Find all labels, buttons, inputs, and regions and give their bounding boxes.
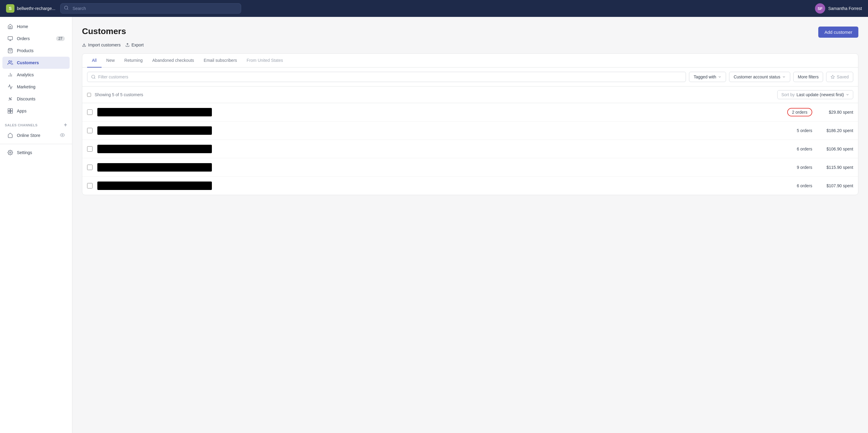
page-header: Customers Add customer: [82, 27, 858, 38]
sidebar-label-orders: Orders: [17, 36, 30, 41]
customer-spent: $106.90 spent: [817, 147, 853, 151]
svg-rect-16: [10, 111, 13, 113]
tab-abandoned[interactable]: Abandoned checkouts: [147, 54, 199, 67]
top-navigation: S bellwethr-recharge... SF Samantha Forr…: [0, 0, 868, 17]
orders-text: 6 orders: [797, 147, 812, 151]
table-row[interactable]: 2 orders $29.80 spent: [82, 103, 858, 121]
orders-icon: [7, 36, 13, 41]
filter-customers-input[interactable]: [98, 75, 682, 79]
tabs-bar: All New Returning Abandoned checkouts Em…: [82, 54, 858, 67]
user-menu[interactable]: SF Samantha Forrest: [815, 3, 862, 13]
account-status-button[interactable]: Customer account status: [729, 72, 790, 82]
customer-orders: 6 orders: [782, 183, 812, 188]
tagged-with-button[interactable]: Tagged with: [689, 72, 726, 82]
add-sales-channel-icon[interactable]: +: [64, 122, 67, 128]
select-all-checkbox[interactable]: [87, 93, 91, 97]
customer-name-redacted: [97, 145, 212, 153]
customer-name-block: [97, 163, 777, 172]
sidebar-item-home[interactable]: Home: [2, 21, 70, 33]
sidebar-label-home: Home: [17, 24, 28, 29]
sidebar-label-customers: Customers: [17, 60, 39, 65]
customers-card: All New Returning Abandoned checkouts Em…: [82, 53, 858, 195]
tab-from-us[interactable]: From United States: [242, 54, 288, 67]
orders-badge: 27: [56, 36, 65, 41]
export-button[interactable]: Export: [125, 42, 144, 47]
brand-name: bellwethr-recharge...: [17, 6, 56, 11]
svg-marker-23: [831, 75, 835, 78]
sidebar-item-discounts[interactable]: Discounts: [2, 93, 70, 105]
sidebar-item-marketing[interactable]: Marketing: [2, 81, 70, 93]
sidebar-item-settings[interactable]: Settings: [2, 147, 70, 158]
sidebar-bottom: Settings: [0, 144, 72, 158]
add-customer-button[interactable]: Add customer: [818, 27, 858, 38]
brand-logo[interactable]: S bellwethr-recharge...: [6, 4, 56, 13]
customer-name-redacted: [97, 126, 212, 135]
svg-rect-14: [10, 109, 13, 111]
tab-email-subscribers[interactable]: Email subscribers: [199, 54, 242, 67]
showing-text: Showing 5 of 5 customers: [95, 92, 143, 97]
saved-button[interactable]: Saved: [826, 72, 853, 82]
import-export-actions: Import customers Export: [82, 42, 858, 47]
table-row[interactable]: 9 orders $115.90 spent: [82, 158, 858, 177]
svg-point-17: [62, 135, 63, 136]
user-name: Samantha Forrest: [828, 6, 862, 11]
sidebar-item-apps[interactable]: Apps: [2, 105, 70, 117]
sidebar-label-analytics: Analytics: [17, 73, 34, 77]
customers-icon: [7, 60, 13, 66]
star-icon: [831, 75, 835, 79]
customer-spent: $186.20 spent: [817, 128, 853, 133]
discounts-icon: [7, 96, 13, 102]
tab-returning[interactable]: Returning: [120, 54, 148, 67]
svg-line-22: [94, 78, 95, 79]
sidebar-label-apps: Apps: [17, 109, 27, 113]
tab-all[interactable]: All: [87, 54, 101, 67]
row-checkbox[interactable]: [87, 183, 93, 189]
row-checkbox[interactable]: [87, 128, 93, 133]
svg-rect-13: [8, 109, 10, 111]
import-icon: [82, 43, 86, 47]
table-meta: Showing 5 of 5 customers Sort by Last up…: [82, 87, 858, 103]
apps-icon: [7, 108, 13, 114]
customer-orders: 6 orders: [782, 147, 812, 151]
row-checkbox[interactable]: [87, 146, 93, 152]
sort-control[interactable]: Sort by Last update (newest first): [777, 90, 853, 99]
sidebar-item-orders[interactable]: Orders 27: [2, 33, 70, 45]
sidebar-item-products[interactable]: Products: [2, 45, 70, 57]
sidebar-label-settings: Settings: [17, 150, 32, 155]
svg-line-1: [67, 9, 68, 10]
search-input[interactable]: [60, 3, 241, 13]
customer-orders: 2 orders: [782, 108, 812, 116]
import-customers-button[interactable]: Import customers: [82, 42, 121, 47]
customer-name-redacted: [97, 181, 212, 190]
more-filters-button[interactable]: More filters: [793, 72, 823, 82]
orders-text: 9 orders: [797, 165, 812, 170]
orders-text: 6 orders: [797, 183, 812, 188]
page-actions: Add customer: [818, 27, 858, 38]
tab-new[interactable]: New: [101, 54, 120, 67]
row-checkbox[interactable]: [87, 165, 93, 170]
table-row[interactable]: 6 orders $106.90 spent: [82, 140, 858, 158]
sidebar-label-discounts: Discounts: [17, 96, 35, 101]
svg-point-21: [92, 75, 95, 78]
main-content: Customers Add customer Import customers …: [72, 17, 868, 433]
filter-search-container: [87, 72, 686, 82]
svg-point-11: [10, 99, 11, 100]
customer-spent: $115.90 spent: [817, 165, 853, 170]
table-row[interactable]: 5 orders $186.20 spent: [82, 121, 858, 140]
customer-name-redacted: [97, 163, 212, 172]
customer-list: 2 orders $29.80 spent 5 orders $186.20 s…: [82, 103, 858, 195]
customer-name-block: [97, 145, 777, 153]
sidebar-item-customers[interactable]: Customers: [2, 57, 70, 69]
page-title: Customers: [82, 27, 126, 36]
svg-point-6: [9, 61, 10, 62]
sidebar-item-online-store[interactable]: Online Store: [2, 129, 70, 141]
shopify-icon: S: [6, 4, 14, 13]
customer-name-block: [97, 108, 777, 116]
row-checkbox[interactable]: [87, 110, 93, 115]
svg-point-0: [64, 6, 68, 9]
sidebar-label-online-store: Online Store: [17, 133, 40, 138]
sidebar-item-analytics[interactable]: Analytics: [2, 69, 70, 81]
table-meta-left: Showing 5 of 5 customers: [87, 92, 143, 97]
tagged-with-chevron: [718, 75, 721, 79]
table-row[interactable]: 6 orders $107.90 spent: [82, 177, 858, 195]
